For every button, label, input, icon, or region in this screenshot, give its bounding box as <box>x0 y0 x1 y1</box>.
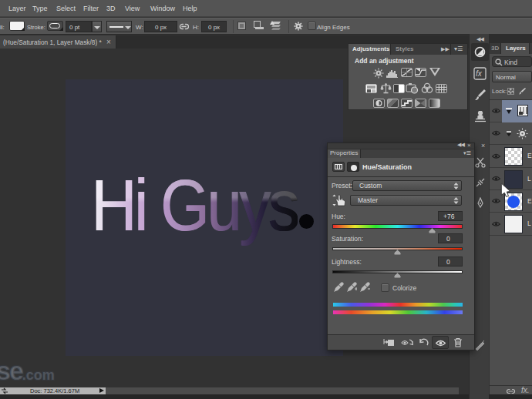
svg-text:fx: fx <box>476 69 483 78</box>
